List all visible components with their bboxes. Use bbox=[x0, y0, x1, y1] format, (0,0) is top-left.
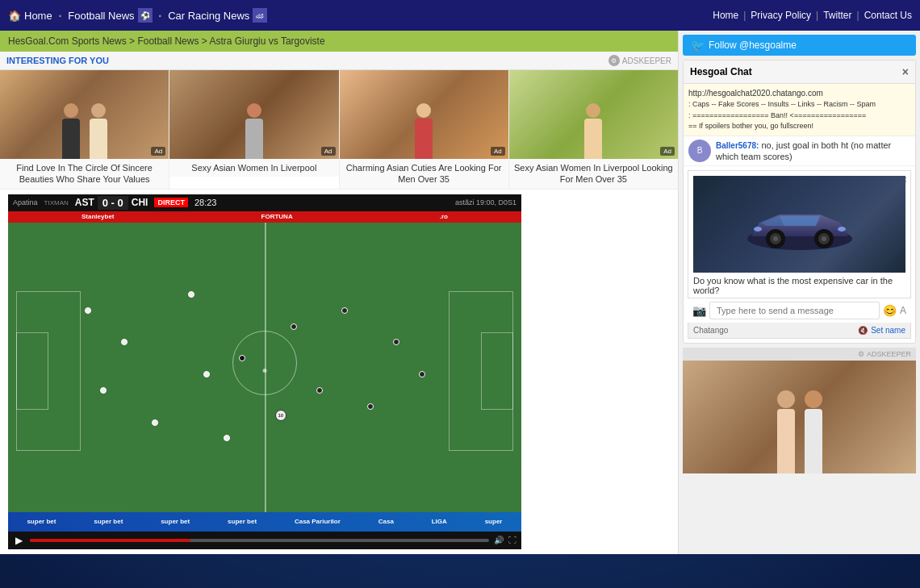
ad-grid: Ad Find Love In The Circle Of Sincere Be… bbox=[0, 70, 678, 190]
chatango-label: Chatango bbox=[693, 326, 728, 335]
chat-close-button[interactable]: × bbox=[902, 65, 909, 78]
breadcrumb: HesGoal.Com Sports News > Football News … bbox=[0, 31, 678, 52]
play-button[interactable]: ▶ bbox=[13, 534, 25, 547]
home-icon: 🏠 bbox=[8, 10, 21, 22]
ad-image-2: Ad bbox=[169, 70, 338, 159]
player-w6 bbox=[203, 371, 210, 377]
player-w4 bbox=[152, 419, 158, 426]
ad-badge-4: Ad bbox=[660, 147, 675, 156]
emoji-icon[interactable]: 😊 bbox=[883, 304, 897, 317]
video-area: Apatina TIXMAN AST 0 - 0 CHI DIRECT 28:2… bbox=[0, 190, 678, 554]
svg-point-1 bbox=[838, 227, 846, 231]
nav-right-contact[interactable]: Contact Us bbox=[864, 10, 912, 21]
team-away: CHI bbox=[132, 197, 148, 208]
player-w1 bbox=[85, 307, 91, 314]
chat-avatar-1: B bbox=[688, 140, 711, 162]
progress-bar[interactable] bbox=[30, 539, 489, 542]
score-display: 0 - 0 bbox=[98, 196, 128, 210]
fullscreen-btn[interactable]: ⛶ bbox=[508, 536, 516, 544]
sidebar-adskeeper-label: ADSKEEPER bbox=[867, 350, 911, 358]
ad-caption-1: Find Love In The Circle Of Sincere Beaut… bbox=[0, 159, 169, 189]
ad-item-1[interactable]: Ad Find Love In The Circle Of Sincere Be… bbox=[0, 70, 169, 189]
sponsor-name: TIXMAN bbox=[44, 199, 69, 206]
player-d6 bbox=[419, 371, 425, 377]
car-svg bbox=[735, 192, 864, 256]
volume-control[interactable]: 🔊 bbox=[494, 536, 504, 544]
chat-title: Hesgoal Chat bbox=[690, 66, 752, 77]
chat-footer: Chatango 🔇 Set name bbox=[688, 323, 911, 339]
interesting-label: INTERESTING FOR YOU bbox=[6, 56, 109, 65]
sidebar-adskeeper-bar: ⚙ ADSKEEPER bbox=[683, 348, 916, 361]
chat-rules: : Caps -- Fake Scores -- Insults -- Link… bbox=[688, 99, 910, 132]
ad-item-2[interactable]: Ad Sexy Asian Women In Liverpool bbox=[169, 70, 339, 189]
player-w5 bbox=[188, 291, 194, 298]
player-d4 bbox=[367, 403, 374, 410]
speaker-icon[interactable]: 🔇 bbox=[858, 326, 868, 335]
twitter-icon: 🐦 bbox=[691, 39, 705, 52]
chat-input[interactable] bbox=[709, 302, 880, 319]
car-ad-question: Do you know what is the most expensive c… bbox=[693, 276, 905, 295]
player-d2 bbox=[316, 387, 323, 394]
chat-panel: Hesgoal Chat × http://hesgoalchat2020.ch… bbox=[683, 60, 916, 344]
car-ad-image bbox=[693, 176, 905, 273]
sidebar-bottom-ad: ⚙ ADSKEEPER bbox=[683, 348, 916, 473]
player-with-ball: 10 bbox=[275, 410, 286, 421]
chat-content-1: Baller5678: no, just goal in both ht (no… bbox=[716, 140, 910, 163]
sidebar-gear-icon: ⚙ bbox=[858, 350, 864, 358]
at-icon[interactable]: A bbox=[900, 305, 906, 316]
main-wrapper: HesGoal.Com Sports News > Football News … bbox=[0, 31, 920, 554]
svg-point-2 bbox=[754, 227, 762, 231]
player-d3 bbox=[341, 307, 348, 314]
center-circle bbox=[232, 331, 297, 395]
chat-url: http://hesgoalchat2020.chatango.com bbox=[688, 87, 910, 99]
svg-point-5 bbox=[773, 236, 778, 241]
left-goal-box bbox=[16, 332, 48, 409]
interesting-bar: INTERESTING FOR YOU ⚙ ADSKEEPER bbox=[0, 52, 678, 70]
progress-fill bbox=[30, 539, 190, 542]
video-container[interactable]: Apatina TIXMAN AST 0 - 0 CHI DIRECT 28:2… bbox=[8, 194, 521, 549]
twitter-follow-label: Follow @hesgoalme bbox=[709, 40, 797, 51]
player-w3 bbox=[121, 339, 128, 345]
top-navigation: 🏠 Home ▪ Football News ⚽ ▪ Car Racing Ne… bbox=[0, 0, 920, 31]
svg-point-8 bbox=[822, 236, 826, 241]
right-goal-box bbox=[481, 332, 513, 409]
ad-item-4[interactable]: Ad Sexy Asian Women In Liverpool Looking… bbox=[509, 70, 678, 189]
nav-right-twitter[interactable]: Twitter bbox=[823, 10, 851, 21]
gear-icon: ⚙ bbox=[608, 55, 620, 66]
adskeeper-badge[interactable]: ⚙ ADSKEEPER bbox=[608, 55, 671, 66]
nav-home-label: Home bbox=[24, 10, 52, 22]
player-d1 bbox=[291, 323, 297, 330]
breadcrumb-text: HesGoal.Com Sports News > Football News … bbox=[8, 35, 325, 47]
center-dot bbox=[263, 369, 267, 373]
adskeeper-label: ADSKEEPER bbox=[622, 56, 671, 65]
set-name-button[interactable]: Set name bbox=[871, 326, 905, 335]
nav-home[interactable]: 🏠 Home bbox=[8, 10, 52, 22]
nav-car-racing[interactable]: Car Racing News 🏎 bbox=[168, 8, 267, 23]
ad-image-3: Ad bbox=[340, 70, 508, 159]
nav-car-label: Car Racing News bbox=[168, 10, 249, 22]
match-status: astăzi 19:00, D0S1 bbox=[455, 198, 516, 206]
ad-item-3[interactable]: Ad Charming Asian Cuties Are Looking For… bbox=[340, 70, 509, 189]
chat-info: http://hesgoalchat2020.chatango.com : Ca… bbox=[684, 84, 915, 136]
ad-image-1: Ad bbox=[0, 70, 169, 159]
match-time: 28:23 bbox=[194, 198, 217, 207]
bottom-sponsor-banner: super bet super bet super bet super bet … bbox=[8, 512, 521, 532]
player-w2 bbox=[100, 387, 107, 394]
player-w7 bbox=[224, 435, 230, 441]
car-icon: 🏎 bbox=[253, 8, 267, 23]
twitter-follow-button[interactable]: 🐦 Follow @hesgoalme bbox=[683, 35, 916, 56]
nav-right-privacy[interactable]: Privacy Policy bbox=[751, 10, 811, 21]
video-controls: ▶ 🔊 ⛶ bbox=[8, 532, 521, 549]
chat-header: Hesgoal Chat × bbox=[684, 60, 915, 84]
camera-icon[interactable]: 📷 bbox=[692, 304, 706, 317]
content-area: HesGoal.Com Sports News > Football News … bbox=[0, 31, 678, 554]
ad-badge-2: Ad bbox=[321, 147, 336, 156]
sidebar-ad-image[interactable] bbox=[683, 361, 916, 473]
nav-sep-1: ▪ bbox=[59, 11, 62, 20]
top-nav-right: Home | Privacy Policy | Twitter | Contac… bbox=[713, 10, 912, 21]
chat-message-1: B Baller5678: no, just goal in both ht (… bbox=[684, 136, 915, 167]
ad-badge-1: Ad bbox=[151, 147, 165, 156]
nav-right-home[interactable]: Home bbox=[713, 10, 738, 21]
nav-football-news[interactable]: Football News ⚽ bbox=[68, 8, 152, 23]
chat-messages[interactable]: B Baller5678: no, just goal in both ht (… bbox=[684, 136, 915, 298]
